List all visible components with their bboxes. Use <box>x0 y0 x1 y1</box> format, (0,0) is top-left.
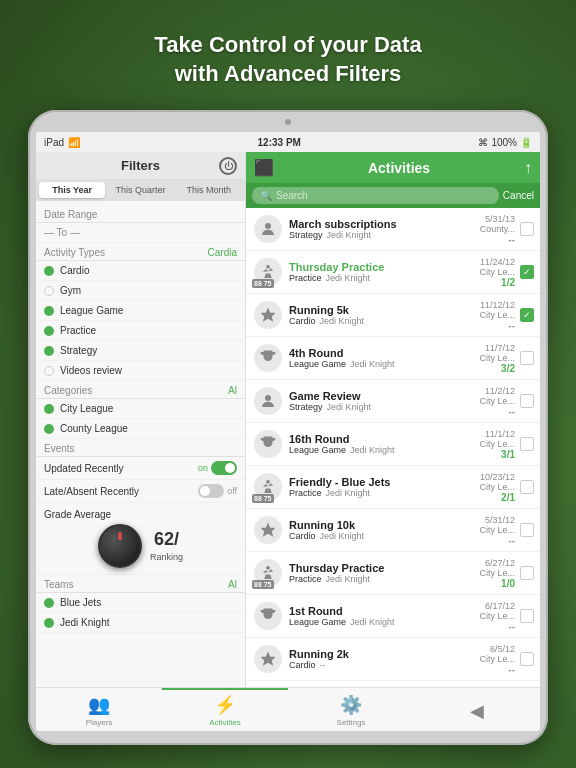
activity-icon-3 <box>252 342 284 374</box>
activity-player-1: Jedi Knight <box>326 273 371 283</box>
checkbox-3[interactable] <box>520 351 534 365</box>
dot-blue-jets <box>44 598 54 608</box>
activity-sub-5: League Game Jedi Knight <box>289 445 474 455</box>
activity-item-3[interactable]: 4th Round League Game Jedi Knight 11/7/1… <box>246 337 540 380</box>
activity-date-7: 5/31/12 <box>479 515 515 525</box>
tab-this-year[interactable]: This Year <box>39 182 105 198</box>
activity-name-3: 4th Round <box>289 347 474 359</box>
checkbox-1[interactable]: ✓ <box>520 265 534 279</box>
activity-icon-circle-7 <box>254 516 282 544</box>
tab-this-quarter[interactable]: This Quarter <box>107 182 173 198</box>
dot-county <box>44 424 54 434</box>
activity-item-7[interactable]: Running 10k Cardio Jedi Knight 5/31/12 C… <box>246 509 540 552</box>
cancel-button[interactable]: Cancel <box>503 190 534 201</box>
filter-league-game[interactable]: League Game <box>36 301 245 321</box>
activity-icon-1: 88 75 <box>252 256 284 288</box>
svg-point-1 <box>266 265 270 269</box>
activity-item-9[interactable]: 1st Round League Game Jedi Knight 6/17/1… <box>246 595 540 638</box>
late-absent-label: Late/Absent Recently <box>44 486 139 497</box>
activity-item-1[interactable]: 88 75 Thursday Practice Practice Jedi Kn… <box>246 251 540 294</box>
activity-icon-6: 88 75 <box>252 471 284 503</box>
categories-value: Al <box>228 385 237 396</box>
checkbox-2[interactable]: ✓ <box>520 308 534 322</box>
tab-back[interactable]: ◀ <box>414 688 540 731</box>
late-absent-row[interactable]: Late/Absent Recently off <box>36 480 245 503</box>
tab-bar: 👥 Players ⚡ Activities ⚙️ Settings ◀ <box>36 687 540 731</box>
checkbox-5[interactable] <box>520 437 534 451</box>
tab-players[interactable]: 👥 Players <box>36 688 162 731</box>
activity-meta-7: 5/31/12 City Le... -- <box>479 515 515 546</box>
filter-icon[interactable]: ⬛ <box>254 158 274 177</box>
filters-header: Filters ⏻ <box>36 152 245 179</box>
activity-info-10: Running 2k Cardio -- <box>289 648 474 670</box>
activity-icon-2 <box>252 299 284 331</box>
svg-marker-5 <box>261 523 276 537</box>
tab-this-month[interactable]: This Month <box>176 182 242 198</box>
toggle-on-switch[interactable] <box>211 461 237 475</box>
activity-sub-2: Cardio Jedi Knight <box>289 316 474 326</box>
toggle-off-switch[interactable] <box>198 484 224 498</box>
grade-knob[interactable] <box>98 524 142 568</box>
status-bar: iPad 📶 12:33 PM ⌘ 100% 🔋 <box>36 132 540 152</box>
battery-icon: 🔋 <box>520 137 532 148</box>
ipad-label: iPad <box>44 137 64 148</box>
activity-sub-7: Cardio Jedi Knight <box>289 531 474 541</box>
activity-item-5[interactable]: 16th Round League Game Jedi Knight 11/1/… <box>246 423 540 466</box>
share-icon[interactable]: ↑ <box>524 159 532 177</box>
tab-activities[interactable]: ⚡ Activities <box>162 688 288 731</box>
activity-icon-circle-3 <box>254 344 282 372</box>
checkbox-7[interactable] <box>520 523 534 537</box>
svg-marker-2 <box>261 308 276 322</box>
updated-recently-row[interactable]: Updated Recently on <box>36 457 245 480</box>
activity-item-0[interactable]: March subscriptions Strategy Jedi Knight… <box>246 208 540 251</box>
activity-item-2[interactable]: Running 5k Cardio Jedi Knight 11/12/12 C… <box>246 294 540 337</box>
toggle-on-label: on <box>198 463 208 473</box>
checkbox-0[interactable] <box>520 222 534 236</box>
late-absent-toggle[interactable]: off <box>198 484 237 498</box>
activity-name-0: March subscriptions <box>289 218 475 230</box>
activity-icon-circle-5 <box>254 430 282 458</box>
checkbox-8[interactable] <box>520 566 534 580</box>
filter-strategy[interactable]: Strategy <box>36 341 245 361</box>
categories-label: Categories Al <box>36 381 245 399</box>
activity-date-8: 6/27/12 <box>479 558 515 568</box>
activity-info-0: March subscriptions Strategy Jedi Knight <box>289 218 475 240</box>
search-input[interactable]: 🔍 Search <box>252 187 499 204</box>
activity-location-0: County... <box>480 224 515 234</box>
activity-item-8[interactable]: 88 75 Thursday Practice Practice Jedi Kn… <box>246 552 540 595</box>
activity-type-4: Strategy <box>289 402 323 412</box>
filter-videos-review[interactable]: Videos review <box>36 361 245 381</box>
checkbox-4[interactable] <box>520 394 534 408</box>
activity-player-4: Jedi Knight <box>327 402 372 412</box>
checkbox-6[interactable] <box>520 480 534 494</box>
filter-tabs: This Year This Quarter This Month <box>36 179 245 201</box>
svg-point-4 <box>266 480 270 484</box>
filter-jedi-knight[interactable]: Jedi Knight <box>36 613 245 633</box>
updated-recently-toggle[interactable]: on <box>198 461 237 475</box>
checkbox-9[interactable] <box>520 609 534 623</box>
activity-item-6[interactable]: 88 75 Friendly - Blue Jets Practice Jedi… <box>246 466 540 509</box>
filter-cardio[interactable]: Cardio <box>36 261 245 281</box>
activity-player-3: Jedi Knight <box>350 359 395 369</box>
ipad-frame: iPad 📶 12:33 PM ⌘ 100% 🔋 Filters ⏻ This … <box>28 110 548 745</box>
checkbox-10[interactable] <box>520 652 534 666</box>
activity-date-6: 10/23/12 <box>479 472 515 482</box>
filter-city-league[interactable]: City League <box>36 399 245 419</box>
activity-icon-4 <box>252 385 284 417</box>
filter-practice[interactable]: Practice <box>36 321 245 341</box>
activities-list: March subscriptions Strategy Jedi Knight… <box>246 208 540 687</box>
activity-info-4: Game Review Strategy Jedi Knight <box>289 390 474 412</box>
back-icon: ◀ <box>470 700 484 722</box>
activity-icon-circle-2 <box>254 301 282 329</box>
date-range-value[interactable]: — To — <box>36 223 245 243</box>
power-button[interactable]: ⏻ <box>219 157 237 175</box>
tab-settings[interactable]: ⚙️ Settings <box>288 688 414 731</box>
filter-blue-jets[interactable]: Blue Jets <box>36 593 245 613</box>
activity-item-10[interactable]: Running 2k Cardio -- 6/5/12 City Le... -… <box>246 638 540 681</box>
activity-sub-3: League Game Jedi Knight <box>289 359 474 369</box>
activity-score-8: 1/0 <box>479 578 515 589</box>
filter-county-league[interactable]: County League <box>36 419 245 439</box>
activity-item-4[interactable]: Game Review Strategy Jedi Knight 11/2/12… <box>246 380 540 423</box>
filter-gym[interactable]: Gym <box>36 281 245 301</box>
tab-activities-label: Activities <box>209 718 241 727</box>
